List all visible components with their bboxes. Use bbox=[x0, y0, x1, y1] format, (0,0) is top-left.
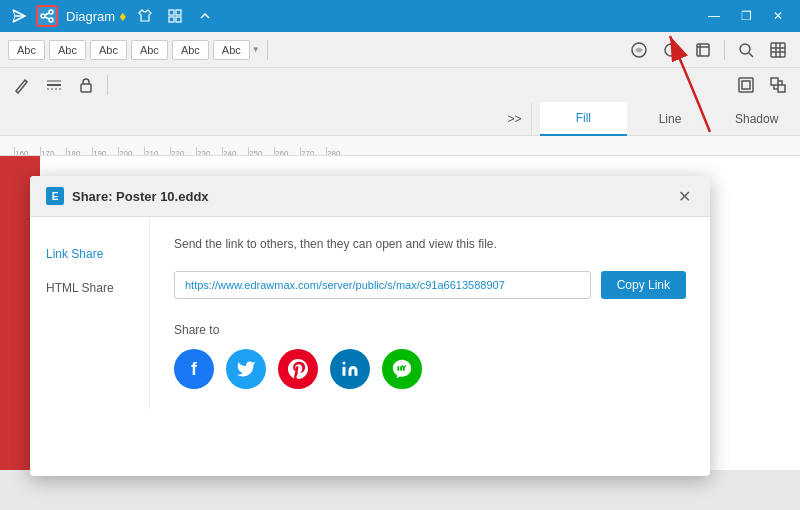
svg-rect-5 bbox=[169, 10, 174, 15]
grid-icon[interactable] bbox=[164, 5, 186, 27]
close-button[interactable]: ✕ bbox=[764, 6, 792, 26]
svg-line-3 bbox=[45, 13, 49, 15]
search-tool-btn[interactable] bbox=[732, 37, 760, 63]
group-tool-btn[interactable] bbox=[764, 72, 792, 98]
style-btn-4[interactable]: Abc bbox=[131, 40, 168, 60]
ruler-marks: 160 170 180 190 200 210 220 230 240 250 … bbox=[14, 136, 352, 155]
toolbar-row2 bbox=[0, 68, 800, 102]
toolbar-separator-3 bbox=[107, 75, 108, 95]
crop-tool-btn[interactable] bbox=[689, 37, 717, 63]
svg-rect-6 bbox=[176, 10, 181, 15]
style-btn-2[interactable]: Abc bbox=[49, 40, 86, 60]
svg-rect-16 bbox=[771, 43, 785, 57]
frame-tool-btn[interactable] bbox=[732, 72, 760, 98]
svg-point-0 bbox=[49, 10, 53, 14]
pinterest-share-btn[interactable] bbox=[278, 349, 318, 389]
ruler-tick: 160 bbox=[14, 147, 40, 155]
svg-rect-7 bbox=[169, 17, 174, 22]
twitter-share-btn[interactable] bbox=[226, 349, 266, 389]
ruler-tick: 180 bbox=[66, 147, 92, 155]
link-row: Copy Link bbox=[174, 271, 686, 299]
ruler-tick: 270 bbox=[300, 147, 326, 155]
svg-point-30 bbox=[343, 362, 346, 365]
ruler-tick: 230 bbox=[196, 147, 222, 155]
ruler-tick: 260 bbox=[274, 147, 300, 155]
dialog-close-button[interactable]: ✕ bbox=[674, 186, 694, 206]
title-bar: Diagram ♦ — ❐ ✕ bbox=[0, 0, 800, 32]
ruler-tick: 210 bbox=[144, 147, 170, 155]
sidebar-link-share[interactable]: Link Share bbox=[30, 237, 149, 271]
share-to-label: Share to bbox=[174, 323, 686, 337]
shadow-tab[interactable]: Shadow bbox=[713, 102, 800, 136]
dialog-icon: E bbox=[46, 187, 64, 205]
ruler-tick: 280 bbox=[326, 147, 352, 155]
style-btn-3[interactable]: Abc bbox=[90, 40, 127, 60]
ruler: 160 170 180 190 200 210 220 230 240 250 … bbox=[0, 136, 800, 156]
chevron-up-icon[interactable] bbox=[194, 5, 216, 27]
social-icons: f bbox=[174, 349, 686, 389]
style-btn-1[interactable]: Abc bbox=[8, 40, 45, 60]
style-btn-6[interactable]: Abc bbox=[213, 40, 250, 60]
share-dialog: E Share: Poster 10.eddx ✕ Link Share HTM… bbox=[30, 176, 710, 476]
style-btn-5[interactable]: Abc bbox=[172, 40, 209, 60]
shape-tool-btn[interactable] bbox=[657, 37, 685, 63]
title-bar-icons bbox=[8, 5, 58, 27]
sidebar-html-share[interactable]: HTML Share bbox=[30, 271, 149, 305]
line-tool-btn[interactable] bbox=[40, 72, 68, 98]
modal-overlay: E Share: Poster 10.eddx ✕ Link Share HTM… bbox=[0, 156, 800, 510]
svg-rect-27 bbox=[771, 78, 778, 85]
linkedin-share-btn[interactable] bbox=[330, 349, 370, 389]
window-controls: — ❐ ✕ bbox=[700, 6, 792, 26]
toolbar-separator-2 bbox=[724, 40, 725, 60]
title-bar-left: Diagram ♦ bbox=[8, 5, 216, 27]
dialog-sidebar: Link Share HTML Share bbox=[30, 217, 150, 409]
ruler-tick: 250 bbox=[248, 147, 274, 155]
dialog-header: E Share: Poster 10.eddx ✕ bbox=[30, 176, 710, 217]
svg-rect-24 bbox=[81, 84, 91, 92]
expand-panel-btn[interactable]: >> bbox=[498, 102, 532, 136]
svg-rect-11 bbox=[697, 44, 709, 56]
svg-point-14 bbox=[740, 44, 750, 54]
toolbar-row1: Abc Abc Abc Abc Abc Abc ▼ bbox=[0, 32, 800, 68]
svg-line-4 bbox=[45, 17, 49, 19]
copy-link-button[interactable]: Copy Link bbox=[601, 271, 686, 299]
svg-rect-26 bbox=[742, 81, 750, 89]
dialog-title-text: Share: Poster 10.eddx bbox=[72, 189, 209, 204]
fill-tool-btn[interactable] bbox=[625, 37, 653, 63]
facebook-share-btn[interactable]: f bbox=[174, 349, 214, 389]
lock-tool-btn[interactable] bbox=[72, 72, 100, 98]
restore-button[interactable]: ❐ bbox=[732, 6, 760, 26]
ruler-tick: 240 bbox=[222, 147, 248, 155]
ruler-tick: 220 bbox=[170, 147, 196, 155]
dialog-title: E Share: Poster 10.eddx bbox=[46, 187, 209, 205]
share-icon[interactable] bbox=[36, 5, 58, 27]
ruler-tick: 190 bbox=[92, 147, 118, 155]
send-icon[interactable] bbox=[8, 5, 30, 27]
table-tool-btn[interactable] bbox=[764, 37, 792, 63]
toolbar-separator-1 bbox=[267, 40, 268, 60]
svg-rect-28 bbox=[778, 85, 785, 92]
svg-rect-25 bbox=[739, 78, 753, 92]
brush-tool-btn[interactable] bbox=[8, 72, 36, 98]
svg-line-15 bbox=[749, 53, 753, 57]
svg-point-2 bbox=[41, 14, 45, 18]
url-input[interactable] bbox=[174, 271, 591, 299]
diagram-label: Diagram ♦ bbox=[66, 8, 126, 24]
ruler-tick: 170 bbox=[40, 147, 66, 155]
style-dropdown-arrow[interactable]: ▼ bbox=[252, 45, 260, 54]
share-description: Send the link to others, then they can o… bbox=[174, 237, 686, 251]
line-tab[interactable]: Line bbox=[627, 102, 714, 136]
minimize-button[interactable]: — bbox=[700, 6, 728, 26]
fill-tab[interactable]: Fill bbox=[540, 102, 627, 136]
dialog-body: Link Share HTML Share Send the link to o… bbox=[30, 217, 710, 409]
diamond-icon: ♦ bbox=[119, 8, 126, 24]
svg-rect-8 bbox=[176, 17, 181, 22]
svg-point-1 bbox=[49, 18, 53, 22]
ruler-tick: 200 bbox=[118, 147, 144, 155]
line-share-btn[interactable] bbox=[382, 349, 422, 389]
svg-point-10 bbox=[665, 44, 677, 56]
dialog-content: Send the link to others, then they can o… bbox=[150, 217, 710, 409]
panel-tabs-row: >> Fill Line Shadow bbox=[0, 102, 800, 136]
shirt-icon[interactable] bbox=[134, 5, 156, 27]
